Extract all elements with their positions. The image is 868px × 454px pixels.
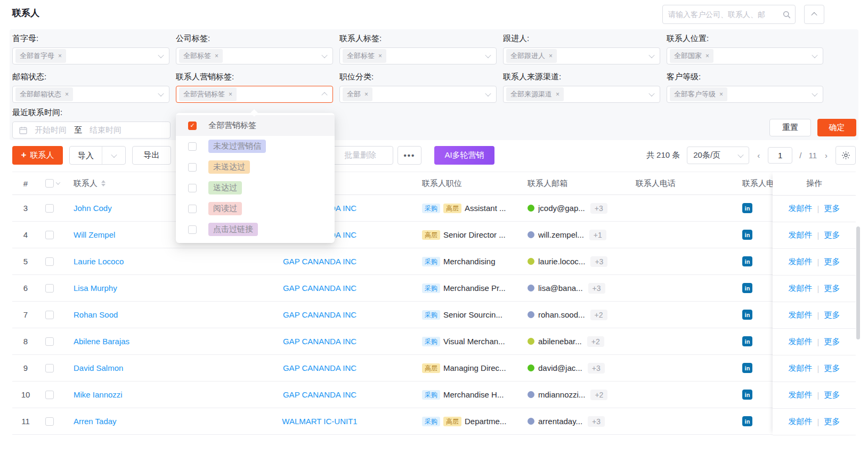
- import-button[interactable]: 导入: [69, 146, 126, 165]
- row-checkbox[interactable]: [45, 391, 54, 399]
- remove-tag-icon[interactable]: ×: [705, 52, 709, 60]
- select-all-checkbox[interactable]: [45, 179, 54, 188]
- more-link[interactable]: 更多: [824, 230, 840, 240]
- company-link[interactable]: GAP CANANDA INC: [283, 257, 356, 266]
- send-email-link[interactable]: 发邮件: [789, 363, 813, 374]
- company-link[interactable]: GAP CANANDA INC: [283, 310, 356, 319]
- contact-name-link[interactable]: David Salmon: [74, 363, 123, 372]
- more-link[interactable]: 更多: [824, 363, 840, 374]
- company-link[interactable]: GAP CANANDA INC: [283, 337, 356, 346]
- marketing-option[interactable]: 未发过营销信: [176, 136, 335, 157]
- contact-name-link[interactable]: Lisa Murphy: [74, 283, 117, 293]
- remove-tag-icon[interactable]: ×: [65, 91, 69, 98]
- filter-select[interactable]: 全部跟进人×: [503, 47, 660, 64]
- remove-tag-icon[interactable]: ×: [215, 52, 218, 60]
- linkedin-icon[interactable]: in: [742, 283, 752, 293]
- filter-select[interactable]: 全部客户等级×: [667, 86, 823, 103]
- more-link[interactable]: 更多: [824, 204, 840, 214]
- page-size-select[interactable]: 20条/页: [687, 147, 749, 164]
- checkbox[interactable]: [188, 205, 197, 213]
- global-search[interactable]: [662, 5, 796, 24]
- marketing-option[interactable]: 点击过链接: [176, 219, 335, 240]
- remove-tag-icon[interactable]: ×: [719, 91, 723, 98]
- vertical-scrollbar-thumb[interactable]: [856, 226, 860, 339]
- marketing-option[interactable]: 未送达过: [176, 157, 335, 177]
- send-email-link[interactable]: 发邮件: [789, 204, 813, 214]
- end-time-placeholder[interactable]: 结束时间: [90, 125, 121, 135]
- company-link[interactable]: GAP CANANDA INC: [283, 283, 356, 293]
- row-checkbox[interactable]: [45, 231, 54, 239]
- date-range-picker[interactable]: 开始时间 至 结束时间: [12, 121, 171, 139]
- start-time-placeholder[interactable]: 开始时间: [35, 125, 67, 135]
- remove-tag-icon[interactable]: ×: [556, 91, 559, 98]
- confirm-button[interactable]: 确定: [817, 119, 856, 136]
- batch-delete-button[interactable]: 批量删除: [327, 146, 393, 165]
- current-page-input[interactable]: [768, 147, 792, 164]
- filter-select[interactable]: 全部标签×: [176, 47, 333, 64]
- more-link[interactable]: 更多: [824, 390, 840, 400]
- contact-name-link[interactable]: Arren Taday: [74, 417, 117, 426]
- contact-name-link[interactable]: Laurie Lococo: [74, 257, 124, 266]
- row-checkbox[interactable]: [45, 257, 54, 266]
- checkbox[interactable]: [188, 225, 197, 234]
- more-link[interactable]: 更多: [824, 257, 840, 267]
- row-checkbox[interactable]: [45, 337, 54, 346]
- row-checkbox[interactable]: [45, 311, 54, 319]
- company-link[interactable]: GAP CANANDA INC: [283, 363, 356, 372]
- ai-marketing-button[interactable]: AI多轮营销: [434, 146, 494, 165]
- filter-select[interactable]: 全部来源渠道×: [503, 86, 660, 103]
- send-email-link[interactable]: 发邮件: [789, 230, 813, 240]
- linkedin-icon[interactable]: in: [742, 363, 752, 373]
- send-email-link[interactable]: 发邮件: [789, 337, 813, 347]
- remove-tag-icon[interactable]: ×: [364, 91, 368, 98]
- prev-page-button[interactable]: ‹: [756, 151, 761, 160]
- send-email-link[interactable]: 发邮件: [789, 310, 813, 320]
- import-dropdown-toggle[interactable]: [102, 153, 125, 158]
- checkbox[interactable]: [188, 142, 197, 151]
- reset-button[interactable]: 重置: [769, 119, 811, 136]
- marketing-option[interactable]: ✓ 全部营销标签: [176, 115, 335, 136]
- send-email-link[interactable]: 发邮件: [789, 283, 813, 294]
- remove-tag-icon[interactable]: ×: [58, 52, 62, 60]
- filter-select[interactable]: 全部国家×: [667, 47, 823, 64]
- sort-icon[interactable]: [101, 180, 106, 187]
- remove-tag-icon[interactable]: ×: [549, 52, 553, 60]
- marketing-option[interactable]: 阅读过: [176, 198, 335, 219]
- row-checkbox[interactable]: [45, 204, 54, 213]
- linkedin-icon[interactable]: in: [742, 390, 752, 400]
- checkbox[interactable]: ✓: [188, 121, 197, 130]
- send-email-link[interactable]: 发邮件: [789, 257, 813, 267]
- more-link[interactable]: 更多: [824, 283, 840, 294]
- more-actions-button[interactable]: •••: [398, 146, 421, 165]
- contact-name-link[interactable]: Will Zempel: [74, 230, 115, 239]
- company-link[interactable]: GAP CANANDA INC: [283, 390, 356, 399]
- send-email-link[interactable]: 发邮件: [789, 390, 813, 400]
- filter-select[interactable]: 全部邮箱状态×: [12, 86, 169, 103]
- next-page-button[interactable]: ›: [824, 151, 829, 160]
- checkbox[interactable]: [188, 163, 197, 172]
- linkedin-icon[interactable]: in: [742, 336, 752, 346]
- more-link[interactable]: 更多: [824, 417, 840, 427]
- linkedin-icon[interactable]: in: [742, 230, 752, 240]
- select-menu-chevron-icon[interactable]: [56, 180, 60, 184]
- row-checkbox[interactable]: [45, 417, 54, 426]
- more-link[interactable]: 更多: [824, 337, 840, 347]
- linkedin-icon[interactable]: in: [742, 310, 752, 320]
- linkedin-icon[interactable]: in: [742, 256, 752, 266]
- filter-select[interactable]: 全部×: [339, 86, 497, 103]
- company-link[interactable]: WALMART IC-UNIT1: [282, 417, 357, 426]
- add-contact-button[interactable]: + 联系人: [12, 146, 63, 165]
- search-input[interactable]: [668, 10, 783, 19]
- filter-select[interactable]: 全部营销标签×: [176, 86, 333, 103]
- contact-name-link[interactable]: Abilene Barajas: [74, 337, 129, 346]
- collapse-filters-button[interactable]: [804, 5, 824, 24]
- linkedin-icon[interactable]: in: [742, 203, 752, 213]
- row-checkbox[interactable]: [45, 284, 54, 293]
- filter-select[interactable]: 全部标签×: [339, 47, 497, 64]
- checkbox[interactable]: [188, 184, 197, 192]
- linkedin-icon[interactable]: in: [742, 416, 752, 426]
- marketing-option[interactable]: 送达过: [176, 177, 335, 198]
- table-settings-button[interactable]: [835, 146, 856, 165]
- remove-tag-icon[interactable]: ×: [229, 91, 232, 98]
- contact-name-link[interactable]: Mike Iannozzi: [74, 390, 123, 399]
